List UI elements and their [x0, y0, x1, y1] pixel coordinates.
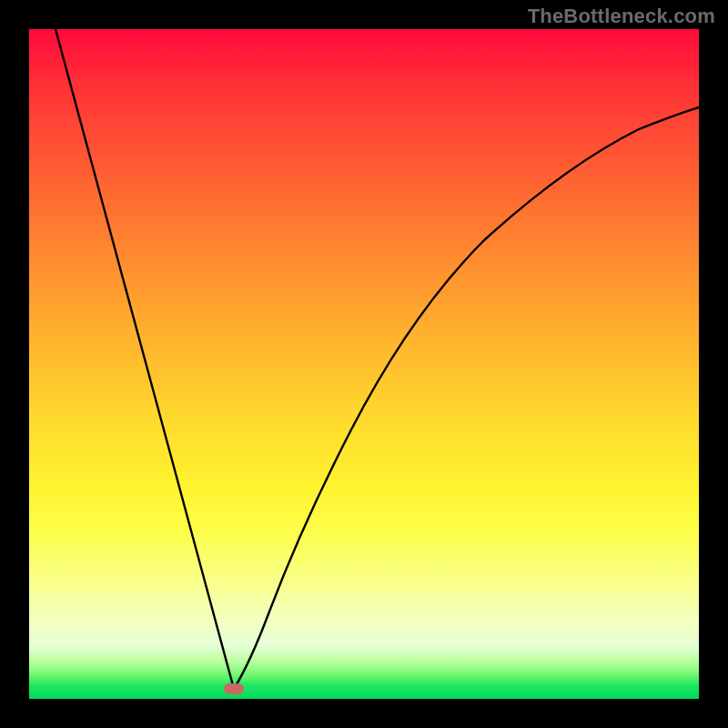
- chart-frame: TheBottleneck.com: [0, 0, 728, 728]
- curve-layer: [29, 29, 699, 699]
- bottleneck-curve: [56, 29, 699, 689]
- min-point-marker: [224, 683, 244, 694]
- watermark-text: TheBottleneck.com: [528, 5, 715, 28]
- plot-area: [29, 29, 699, 699]
